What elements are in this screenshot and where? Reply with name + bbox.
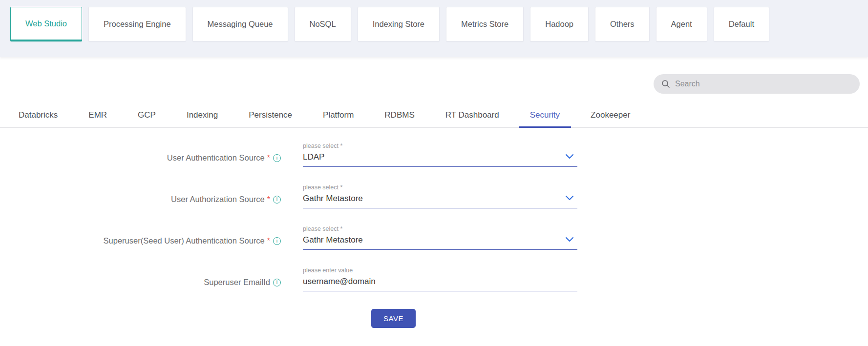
config-section-tabs: Databricks EMR GCP Indexing Persistence … (0, 105, 868, 128)
field-hint: please select * (303, 184, 577, 192)
tab-indexing[interactable]: Indexing (175, 105, 229, 127)
search-input[interactable] (675, 80, 852, 88)
field-label: Superuser EmailId i (0, 267, 281, 291)
top-tab-web-studio[interactable]: Web Studio (10, 7, 82, 41)
top-tab-label: Metrics Store (461, 20, 508, 29)
field-hint: please select * (303, 225, 577, 233)
superuser-emailid-input[interactable]: username@domain (303, 275, 577, 291)
top-tab-label: NoSQL (310, 20, 336, 29)
search-icon (661, 80, 670, 88)
field-label-text: Superuser(Seed User) Authentication Sour… (104, 236, 265, 245)
tab-persistence[interactable]: Persistence (237, 105, 303, 127)
form-row-superuser-authentication-source: Superuser(Seed User) Authentication Sour… (0, 225, 868, 250)
chevron-down-icon[interactable] (566, 237, 573, 242)
user-authorization-source-select[interactable]: Gathr Metastore (303, 192, 577, 208)
field-label: User Authorization Source * i (0, 184, 281, 208)
form-row-user-authorization-source: User Authorization Source * i please sel… (0, 184, 868, 208)
required-asterisk: * (267, 195, 270, 204)
field-hint: please enter value (303, 267, 577, 275)
chevron-down-icon[interactable] (566, 154, 573, 159)
top-tab-label: Processing Engine (104, 20, 171, 29)
selected-value: LDAP (303, 152, 324, 162)
tab-rdbms[interactable]: RDBMS (373, 105, 425, 127)
top-tab-label: Others (610, 20, 635, 29)
component-category-bar: Web Studio Processing Engine Messaging Q… (0, 0, 868, 57)
selected-value: Gathr Metastore (303, 235, 363, 244)
field-label: Superuser(Seed User) Authentication Sour… (0, 225, 281, 250)
field-hint: please select * (303, 142, 577, 150)
tab-rt-dashboard[interactable]: RT Dashboard (434, 105, 510, 127)
top-tab-label: Indexing Store (373, 20, 424, 29)
top-tab-hadoop[interactable]: Hadoop (530, 7, 589, 41)
form-row-user-authentication-source: User Authentication Source * i please se… (0, 142, 868, 167)
field-label: User Authentication Source * i (0, 142, 281, 167)
top-tab-label: Hadoop (545, 20, 573, 29)
top-tab-default[interactable]: Default (714, 7, 769, 41)
tab-zookeeper[interactable]: Zookeeper (579, 105, 641, 127)
field-label-text: User Authorization Source (171, 195, 265, 204)
field-label-text: Superuser EmailId (204, 278, 270, 287)
superuser-authentication-source-select[interactable]: Gathr Metastore (303, 233, 577, 250)
top-tab-label: Default (729, 20, 754, 29)
required-asterisk: * (267, 237, 270, 245)
selected-value: Gathr Metastore (303, 194, 363, 203)
security-settings-form: User Authentication Source * i please se… (0, 128, 868, 328)
tab-security[interactable]: Security (519, 105, 571, 127)
tab-gcp[interactable]: GCP (127, 105, 167, 127)
top-tab-label: Web Studio (25, 19, 67, 28)
tab-databricks[interactable]: Databricks (7, 105, 69, 127)
top-tab-label: Messaging Queue (208, 20, 273, 29)
search-row (0, 57, 868, 94)
top-tab-messaging-queue[interactable]: Messaging Queue (192, 7, 288, 41)
info-icon[interactable]: i (273, 196, 281, 204)
info-icon[interactable]: i (273, 237, 281, 245)
info-icon[interactable]: i (273, 279, 281, 286)
top-tab-others[interactable]: Others (595, 7, 650, 41)
info-icon[interactable]: i (273, 154, 281, 162)
form-row-superuser-emailid: Superuser EmailId i please enter value u… (0, 267, 868, 291)
user-authentication-source-select[interactable]: LDAP (303, 150, 577, 167)
top-tab-metrics-store[interactable]: Metrics Store (446, 7, 524, 41)
chevron-down-icon[interactable] (566, 196, 573, 201)
tab-platform[interactable]: Platform (312, 105, 365, 127)
top-tab-processing-engine[interactable]: Processing Engine (88, 7, 186, 41)
tab-emr[interactable]: EMR (77, 105, 118, 127)
required-asterisk: * (267, 154, 270, 163)
field-label-text: User Authentication Source (167, 153, 265, 163)
search-box[interactable] (654, 74, 860, 94)
input-value: username@domain (303, 277, 376, 286)
top-tab-indexing-store[interactable]: Indexing Store (358, 7, 440, 41)
save-button[interactable]: SAVE (371, 309, 416, 328)
top-tab-label: Agent (671, 20, 692, 29)
top-tab-nosql[interactable]: NoSQL (295, 7, 351, 41)
top-tab-agent[interactable]: Agent (656, 7, 707, 41)
